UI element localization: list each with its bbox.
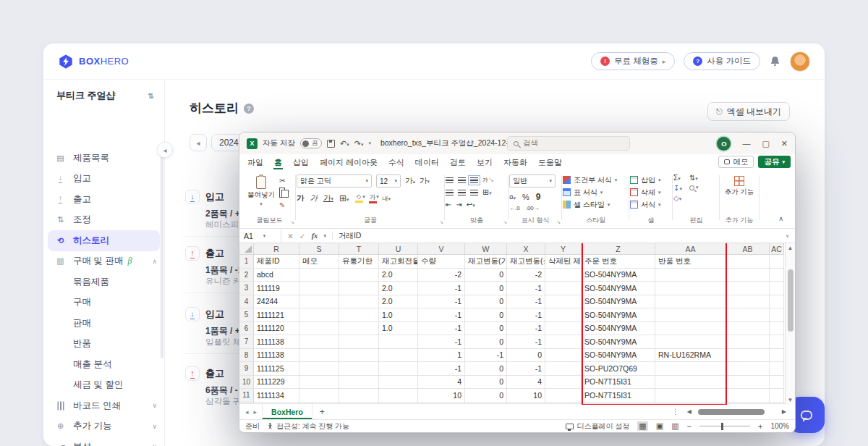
grid-cell[interactable]: -1	[507, 335, 545, 349]
page-layout-view-icon[interactable]: ▣	[656, 421, 663, 431]
grid-cell[interactable]: -1	[418, 362, 465, 376]
grid-cell[interactable]	[770, 335, 784, 349]
grid-cell[interactable]: 0	[465, 282, 507, 295]
grid-cell[interactable]: SO-504NY9MA	[582, 349, 655, 363]
row-header[interactable]: 3	[239, 282, 254, 295]
decrease-decimal-button[interactable]: .00→	[526, 205, 540, 211]
grid-cell[interactable]	[299, 335, 339, 349]
grid-cell[interactable]	[726, 376, 770, 390]
grid-cell[interactable]	[339, 389, 379, 403]
grid-cell[interactable]: 4	[418, 376, 465, 390]
grid-cell[interactable]	[655, 295, 726, 309]
grid-cell[interactable]: 재고변동(가용)	[465, 255, 507, 269]
scroll-down-icon[interactable]: ▼	[786, 397, 795, 403]
sidebar-item-매출 분석[interactable]: 매출 분석	[43, 354, 164, 375]
zoom-out-icon[interactable]: −	[687, 422, 692, 431]
column-header[interactable]: R	[254, 243, 299, 255]
fill-button[interactable]: ↧▾	[673, 184, 682, 192]
grid-cell[interactable]: -2	[418, 269, 465, 282]
sidebar-item-제품목록[interactable]: ▤제품목록	[43, 148, 164, 169]
phonetic-button[interactable]: 내▾	[383, 195, 391, 203]
sort-filter-button[interactable]: ⇅▾	[689, 174, 699, 182]
expand-formula-bar-icon[interactable]: ∨	[786, 233, 789, 239]
save-icon[interactable]	[327, 140, 335, 148]
grid-cell[interactable]	[726, 255, 770, 269]
grid-cell[interactable]: 1111138	[254, 335, 299, 349]
sidebar-item-입고[interactable]: ↓입고	[43, 169, 164, 190]
grid-cell[interactable]: PO-N7T15I31	[582, 389, 655, 403]
sidebar-item-구매 및 판매[interactable]: ▥구매 및 판매β∧	[43, 251, 164, 272]
grid-cell[interactable]	[770, 362, 784, 376]
grid-cell[interactable]	[770, 322, 784, 336]
zoom-level[interactable]: 100%	[770, 422, 789, 430]
grid-cell[interactable]: 0	[465, 362, 507, 376]
row-header[interactable]: 10	[239, 376, 254, 390]
align-center-button[interactable]	[458, 190, 466, 195]
column-header[interactable]: S	[299, 243, 339, 255]
autosave-toggle[interactable]: 끔	[300, 138, 322, 148]
format-as-table-button[interactable]: 표 서식▾	[563, 186, 629, 198]
grid-cell[interactable]	[339, 349, 379, 363]
underline-button[interactable]: 가▾	[323, 193, 333, 203]
excel-export-button[interactable]: ⎋ 엑셀 내보내기	[707, 102, 790, 121]
grid-cell[interactable]	[299, 308, 339, 322]
insert-function-icon[interactable]: fx	[312, 232, 318, 240]
bell-icon[interactable]	[769, 55, 781, 67]
account-avatar[interactable]: O	[717, 137, 731, 151]
paste-button[interactable]: 붙여넣기 ▾	[245, 174, 277, 217]
grid-cell[interactable]: -1	[418, 282, 465, 295]
grid-cell[interactable]: -1	[507, 322, 545, 336]
row-header[interactable]: 9	[239, 362, 254, 376]
grid-cell[interactable]: -1	[507, 308, 545, 322]
grid-cell[interactable]: SO-PU2O7Q69	[582, 362, 655, 376]
date-prev-button[interactable]: ◂	[190, 134, 207, 151]
formula-value[interactable]: 거래ID	[333, 231, 786, 241]
grid-cell[interactable]: 0	[507, 349, 545, 363]
row-header[interactable]: 4	[239, 295, 254, 309]
grid-cell[interactable]	[545, 295, 582, 309]
close-button[interactable]: ✕	[781, 139, 788, 148]
grow-font-button[interactable]: 가▴	[405, 176, 415, 186]
align-bottom-button[interactable]	[470, 177, 478, 183]
grid-cell[interactable]	[339, 335, 379, 349]
grid-cell[interactable]: SO-504NY9MA	[582, 308, 655, 322]
grid-cell[interactable]: 0	[465, 269, 507, 282]
accounting-format-button[interactable]: ¤▾	[509, 193, 516, 201]
minimize-button[interactable]: —	[742, 139, 750, 148]
grid-cell[interactable]	[545, 308, 582, 322]
grid-cell[interactable]	[339, 322, 379, 336]
ribbon-tab-파일[interactable]: 파일	[247, 156, 264, 169]
normal-view-icon[interactable]: ▦	[637, 421, 647, 431]
grid-cell[interactable]: 반품 번호	[655, 255, 726, 269]
comma-style-button[interactable]: 9	[536, 192, 541, 202]
excel-titlebar[interactable]: X 자동 저장 끔 ↶▾ ↷▾ ▾ boxhero_txs_부티크 주얼샵_20…	[239, 132, 795, 154]
ribbon-tab-삽입[interactable]: 삽입	[292, 156, 310, 169]
grid-cell[interactable]: 0	[465, 376, 507, 390]
grid-cell[interactable]: 1111125	[254, 362, 299, 376]
grid-cell[interactable]: abcd	[254, 269, 299, 282]
accessibility-status[interactable]: 접근성: 계속 진행 가능	[267, 421, 349, 432]
grid-cell[interactable]	[726, 269, 770, 282]
font-color-button[interactable]: 가▾	[369, 194, 377, 203]
sidebar-item-조정[interactable]: ⇅조정	[43, 210, 164, 231]
grid-cell[interactable]	[339, 376, 379, 390]
excel-search-box[interactable]: 검색	[507, 136, 630, 151]
grid-cell[interactable]: -1	[507, 282, 545, 295]
vertical-scroll-thumb[interactable]	[788, 269, 793, 332]
grid-cell[interactable]: 주문 번호	[582, 255, 655, 269]
grid-cell[interactable]	[379, 389, 418, 403]
add-sheet-button[interactable]: +	[320, 407, 325, 417]
increase-decimal-button[interactable]: ←.0	[509, 205, 520, 211]
conditional-format-button[interactable]: 조건부 서식▾	[563, 174, 629, 186]
grid-cell[interactable]: 유통기한	[339, 255, 379, 269]
percent-button[interactable]: %	[522, 193, 529, 201]
quick-access-chevron-icon[interactable]: ▾	[368, 140, 371, 146]
grid-cell[interactable]: 메모	[299, 255, 339, 269]
column-header[interactable]: Z	[582, 243, 655, 255]
sidebar-item-구매[interactable]: 구매	[43, 293, 164, 314]
grid-cell[interactable]: -1	[418, 322, 465, 336]
grid-cell[interactable]: 0	[465, 389, 507, 403]
grid-cell[interactable]: 24244	[254, 295, 299, 309]
grid-cell[interactable]: 1111134	[254, 389, 299, 403]
row-header[interactable]: 2	[239, 269, 254, 282]
